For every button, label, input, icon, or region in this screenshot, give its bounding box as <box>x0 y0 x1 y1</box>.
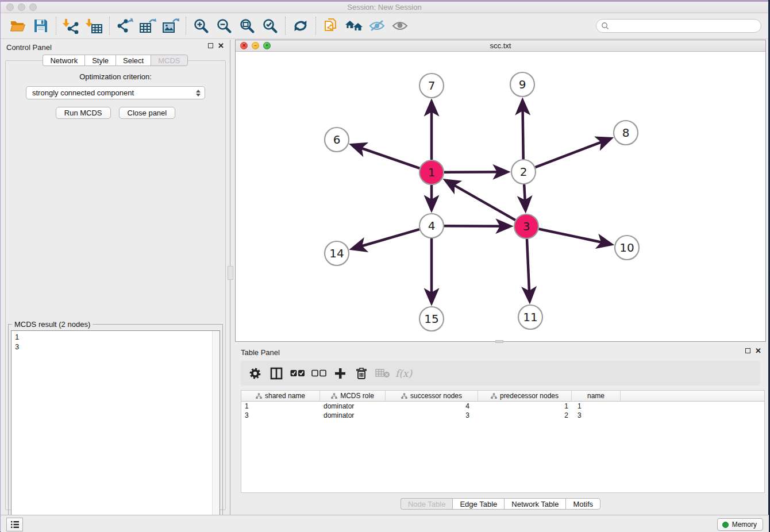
graph-node-6[interactable]: 6 <box>325 128 349 152</box>
graph-node-4[interactable]: 4 <box>419 214 444 238</box>
column-header-MCDS-role[interactable]: MCDS role <box>320 391 386 401</box>
search-input[interactable] <box>609 22 761 30</box>
node-label-6: 6 <box>333 133 341 147</box>
graph-node-7[interactable]: 7 <box>419 74 444 98</box>
tab-network[interactable]: Network <box>43 55 84 66</box>
graph-node-2[interactable]: 2 <box>511 160 536 184</box>
edge-3-10[interactable] <box>539 229 609 244</box>
select-columns-icon[interactable] <box>267 365 286 382</box>
zoom-in-icon[interactable] <box>190 16 213 36</box>
criterion-select[interactable]: strongly connected component <box>26 86 205 99</box>
criterion-selected-value: strongly connected component <box>32 88 134 97</box>
window-titlebar[interactable]: Session: New Session <box>1 2 768 13</box>
network-close-button[interactable]: ✕ <box>240 42 248 49</box>
graph-node-9[interactable]: 9 <box>510 72 534 97</box>
memory-button[interactable]: Memory <box>717 518 763 531</box>
graph-node-3[interactable]: 3 <box>514 214 538 238</box>
graph-node-15[interactable]: 15 <box>419 307 444 331</box>
open-file-icon[interactable] <box>6 16 29 36</box>
network-resize-handle[interactable] <box>495 340 503 343</box>
cell-MCDS-role[interactable]: dominator <box>320 402 386 411</box>
graph-node-10[interactable]: 10 <box>615 236 639 260</box>
mcds-result-textarea[interactable]: 1 3 <box>11 330 220 532</box>
edge-2-3[interactable] <box>524 184 525 207</box>
export-table-icon[interactable] <box>136 16 159 36</box>
close-panel-button[interactable]: Close panel <box>119 107 176 119</box>
close-window-button[interactable] <box>6 3 14 11</box>
close-table-panel-icon[interactable]: ✕ <box>755 348 761 354</box>
import-network-icon[interactable] <box>60 16 83 36</box>
add-column-icon[interactable] <box>330 365 349 382</box>
network-canvas[interactable]: 1234678910111415 <box>236 52 765 341</box>
cell-successor-nodes[interactable]: 3 <box>386 411 478 420</box>
network-window-titlebar[interactable]: ✕ − + scc.txt <box>236 40 765 52</box>
show-all-icon[interactable] <box>388 16 411 36</box>
column-header-name[interactable]: name <box>572 391 621 401</box>
zoom-window-button[interactable] <box>29 3 37 11</box>
export-image-icon[interactable] <box>159 16 182 36</box>
edge-4-3[interactable] <box>444 226 507 226</box>
column-header-successor-nodes[interactable]: successor nodes <box>386 391 478 401</box>
mcds-result-groupbox: MCDS result (2 nodes) 1 3 <box>8 324 223 532</box>
network-graph[interactable]: 1234678910111415 <box>236 52 765 341</box>
node-label-14: 14 <box>329 246 344 260</box>
import-table-icon[interactable] <box>83 16 106 36</box>
edge-4-14[interactable] <box>355 229 419 248</box>
table-row-1[interactable]: 1dominator411 <box>241 402 764 411</box>
tab-edge-table[interactable]: Edge Table <box>452 498 504 510</box>
network-zoom-button[interactable]: + <box>263 42 271 49</box>
run-mcds-button[interactable]: Run MCDS <box>56 107 111 119</box>
tab-style[interactable]: Style <box>84 55 116 66</box>
cell-predecessor-nodes[interactable]: 2 <box>478 411 572 420</box>
tab-node-table[interactable]: Node Table <box>401 498 453 510</box>
edge-2-8[interactable] <box>536 140 609 167</box>
edge-1-2[interactable] <box>444 172 505 172</box>
cell-MCDS-role[interactable]: dominator <box>320 411 386 420</box>
tab-mcds[interactable]: MCDS <box>151 55 187 66</box>
graph-node-14[interactable]: 14 <box>325 241 349 265</box>
table-settings-icon[interactable] <box>245 365 264 382</box>
graph-node-1[interactable]: 1 <box>419 160 444 184</box>
cell-predecessor-nodes[interactable]: 1 <box>478 402 572 411</box>
zoom-out-icon[interactable] <box>213 16 236 36</box>
tab-select[interactable]: Select <box>116 55 151 66</box>
refresh-icon[interactable] <box>289 16 312 36</box>
export-network-icon[interactable] <box>113 16 136 36</box>
search-field[interactable] <box>596 19 761 33</box>
cell-name[interactable]: 1 <box>572 402 621 411</box>
float-table-panel-icon[interactable] <box>745 348 750 353</box>
graph-node-8[interactable]: 8 <box>614 121 638 145</box>
table-row-2[interactable]: 3dominator323 <box>241 411 764 420</box>
edge-1-6[interactable] <box>355 146 419 168</box>
minimize-window-button[interactable] <box>18 3 25 11</box>
hide-selected-icon[interactable] <box>365 16 388 36</box>
tab-motifs[interactable]: Motifs <box>565 498 600 510</box>
edge-2-9[interactable] <box>522 103 523 159</box>
network-minimize-button[interactable]: − <box>252 42 259 49</box>
close-panel-icon[interactable]: ✕ <box>218 43 224 49</box>
delete-column-icon[interactable] <box>352 365 371 382</box>
cell-shared-name[interactable]: 3 <box>241 411 320 420</box>
show-all-columns-icon[interactable] <box>288 365 307 382</box>
save-session-icon[interactable] <box>29 16 52 36</box>
hide-all-columns-icon[interactable] <box>309 365 328 382</box>
tab-network-table[interactable]: Network Table <box>504 498 565 510</box>
clone-network-icon[interactable] <box>319 16 342 36</box>
graph-node-11[interactable]: 11 <box>518 305 542 329</box>
show-panels-list-button[interactable] <box>6 518 23 531</box>
column-header-shared-name[interactable]: shared name <box>241 391 320 401</box>
result-scrollbar[interactable] <box>212 331 220 532</box>
cell-shared-name[interactable]: 1 <box>241 402 320 411</box>
cell-name[interactable]: 3 <box>572 411 621 420</box>
first-neighbors-icon[interactable] <box>342 16 365 36</box>
edge-3-11[interactable] <box>527 239 530 298</box>
zoom-fit-icon[interactable] <box>236 16 259 36</box>
table-panel-title: Table Panel <box>241 348 280 357</box>
column-header-predecessor-nodes[interactable]: predecessor nodes <box>478 391 572 401</box>
panel-splitter-handle[interactable] <box>228 266 233 280</box>
cell-successor-nodes[interactable]: 4 <box>386 402 478 411</box>
edge-3-1[interactable] <box>448 182 515 220</box>
node-table[interactable]: shared nameMCDS rolesuccessor nodesprede… <box>241 390 765 493</box>
zoom-selected-icon[interactable] <box>259 16 282 36</box>
float-panel-icon[interactable] <box>208 43 213 48</box>
